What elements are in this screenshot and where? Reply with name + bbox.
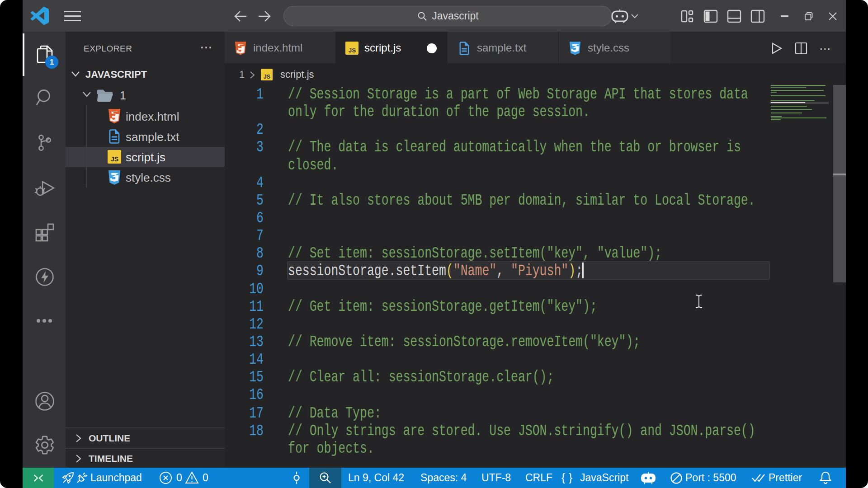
svg-text:JS: JS (111, 155, 118, 163)
svg-text:JS: JS (264, 74, 270, 80)
svg-text:JS: JS (349, 47, 356, 54)
